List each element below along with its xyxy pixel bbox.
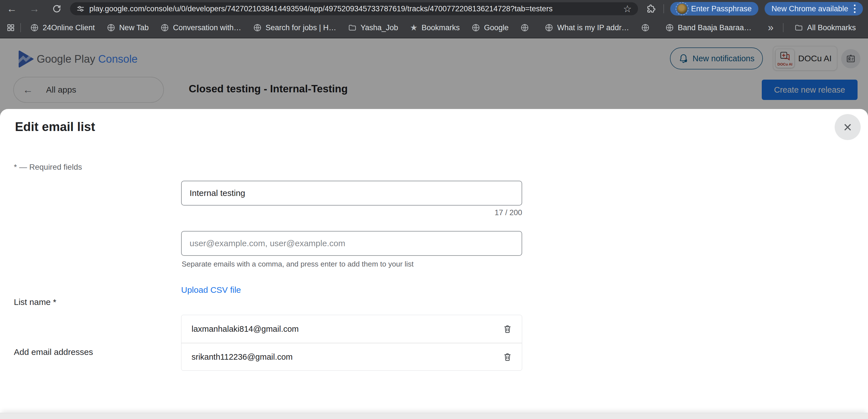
email-row: srikanth112236@gmail.com bbox=[181, 343, 522, 370]
folder-icon bbox=[348, 24, 356, 32]
enter-passphrase-button[interactable]: Enter Passphrase bbox=[670, 2, 758, 15]
globe-icon bbox=[521, 24, 529, 32]
star-icon: ★ bbox=[410, 24, 417, 32]
bookmark-item[interactable]: New Tab bbox=[101, 24, 155, 32]
globe-icon bbox=[472, 24, 480, 32]
list-name-label: List name * bbox=[14, 297, 56, 307]
menu-kebab-icon[interactable] bbox=[854, 4, 856, 13]
emails-added-list: laxmanhalaki814@gmail.com srikanth112236… bbox=[181, 315, 522, 371]
url-text[interactable]: play.google.com/console/u/0/developers/7… bbox=[89, 4, 620, 13]
bookmark-item[interactable]: Conversation with… bbox=[155, 24, 247, 32]
delete-email-icon[interactable] bbox=[501, 323, 514, 335]
bookmark-item[interactable]: What is my IP addr… bbox=[539, 24, 635, 32]
url-bar[interactable]: play.google.com/console/u/0/developers/7… bbox=[70, 2, 638, 15]
edit-email-list-dialog: Edit email list × * — Required fields Li… bbox=[0, 109, 868, 419]
folder-icon bbox=[795, 24, 803, 32]
required-fields-note: * — Required fields bbox=[14, 163, 82, 172]
bookmark-item[interactable] bbox=[635, 24, 659, 32]
add-emails-input[interactable] bbox=[181, 231, 522, 256]
apps-grid-icon[interactable] bbox=[6, 23, 15, 32]
passphrase-avatar bbox=[677, 4, 687, 14]
upload-csv-link[interactable]: Upload CSV file bbox=[181, 285, 241, 295]
globe-icon bbox=[253, 24, 261, 32]
chrome-update-button[interactable]: New Chrome available bbox=[765, 2, 863, 15]
bookmarks-overflow-icon[interactable]: » bbox=[763, 22, 778, 34]
dialog-footer-edge bbox=[0, 413, 868, 419]
refresh-icon[interactable] bbox=[52, 4, 62, 13]
add-emails-label: Add email addresses bbox=[14, 347, 93, 357]
dialog-title: Edit email list bbox=[15, 120, 95, 134]
bookmarks-divider bbox=[783, 23, 783, 32]
back-icon[interactable]: ← bbox=[7, 4, 17, 14]
forward-icon[interactable]: → bbox=[29, 4, 39, 14]
bookmark-item[interactable]: Google bbox=[466, 24, 515, 32]
globe-icon bbox=[30, 24, 39, 32]
globe-icon bbox=[160, 24, 169, 32]
globe-icon bbox=[107, 24, 115, 32]
bookmark-item[interactable]: Band Baaja Baaraa… bbox=[659, 24, 757, 32]
globe-icon bbox=[545, 24, 553, 32]
delete-email-icon[interactable] bbox=[501, 351, 514, 363]
bookmark-item[interactable]: Yasha_Job bbox=[342, 24, 404, 32]
email-row: laxmanhalaki814@gmail.com bbox=[181, 315, 522, 343]
browser-toolbar: ← → play.google.com/console/u/0/develope… bbox=[0, 0, 868, 18]
email-address: laxmanhalaki814@gmail.com bbox=[192, 324, 501, 334]
globe-icon bbox=[641, 24, 650, 32]
bookmark-item[interactable]: ★ Bookmarks bbox=[404, 24, 466, 32]
char-counter: 17 / 200 bbox=[181, 208, 522, 217]
bookmark-star-icon[interactable]: ☆ bbox=[623, 3, 631, 14]
bookmarks-bar: 24Online Client New Tab Conversation wit… bbox=[0, 18, 868, 38]
extensions-icon[interactable] bbox=[646, 4, 656, 14]
list-name-input[interactable] bbox=[181, 181, 522, 205]
globe-icon bbox=[665, 24, 674, 32]
bookmarks-divider bbox=[20, 23, 21, 32]
site-controls-icon[interactable] bbox=[76, 4, 85, 13]
bookmark-item[interactable]: 24Online Client bbox=[24, 24, 101, 32]
close-icon[interactable]: × bbox=[835, 114, 861, 140]
add-emails-helper: Separate emails with a comma, and press … bbox=[182, 260, 414, 268]
email-address: srikanth112236@gmail.com bbox=[192, 352, 501, 362]
bookmark-item[interactable]: Search for jobs | H… bbox=[247, 24, 342, 32]
all-bookmarks-button[interactable]: All Bookmarks bbox=[788, 24, 862, 32]
bookmark-item[interactable] bbox=[515, 24, 539, 32]
toolbar-divider bbox=[663, 4, 664, 13]
